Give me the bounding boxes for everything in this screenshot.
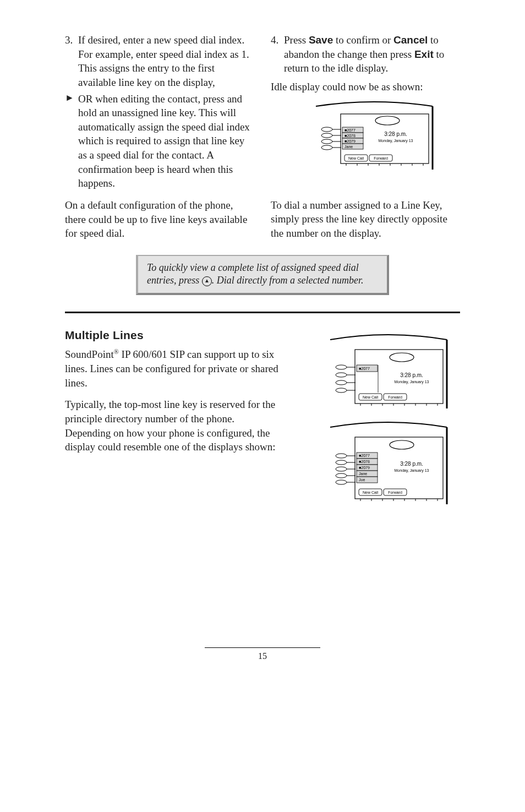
line-tag-2078: ■2078 <box>344 134 356 138</box>
line-tag-2079-c: ■2079 <box>359 466 370 470</box>
svg-point-19 <box>321 133 332 138</box>
callout-line2-post: . Dial directly from a selected number. <box>212 275 364 286</box>
list-number-4: 4. <box>271 33 284 75</box>
svg-point-17 <box>321 127 332 132</box>
display-time-c: 3:28 p.m. <box>400 461 423 467</box>
left-default-config-paragraph: On a default configuration of the phone,… <box>65 198 254 241</box>
svg-point-23 <box>321 145 332 150</box>
cancel-label: Cancel <box>393 34 428 46</box>
save-label: Save <box>309 34 333 46</box>
display-time-b: 3:28 p.m. <box>400 372 423 378</box>
page-footer: 15 <box>65 647 460 662</box>
arrow-item-text: OR when editing the contact, press and h… <box>78 92 254 190</box>
up-arrow-key-icon: ▲ <box>202 276 212 286</box>
phone-display-illustration-2: ■2077 3:28 p.m. Monday, January 13 New C… <box>308 334 451 414</box>
step-3-text: If desired, enter a new speed dial index… <box>78 33 254 90</box>
line-tag-jane-c: Jane <box>359 472 367 476</box>
step4-pre: Press <box>284 34 309 46</box>
list-number-3: 3. <box>65 33 78 90</box>
display-date-c: Monday, January 13 <box>394 468 429 473</box>
callout-line2-pre: entries, press <box>147 275 202 286</box>
softkey-newcall: New Call <box>348 156 364 160</box>
phone-display-illustration-1: ■2077 ■2078 ■2079 Jane 3:28 p.m. Monday,… <box>294 101 437 175</box>
line-tag-joe-c: Joe <box>359 478 365 482</box>
display-date: Monday, January 13 <box>379 139 413 143</box>
soundpoint-label: SoundPoint <box>65 348 114 360</box>
svg-point-42 <box>336 373 347 377</box>
multiple-lines-p1: SoundPoint® IP 600/601 SIP can support u… <box>65 347 283 390</box>
svg-point-74 <box>336 480 347 484</box>
tip-callout-box: To quickly view a complete list of assig… <box>136 255 389 295</box>
step-4-text: Press Save to confirm or Cancel to aband… <box>284 33 460 75</box>
svg-point-66 <box>336 454 347 458</box>
line-tag-2077-b: ■2077 <box>359 367 370 370</box>
softkey-newcall-c: New Call <box>363 491 378 494</box>
callout-line1: To quickly view a complete list of assig… <box>147 262 359 273</box>
idle-display-paragraph: Idle display could now be as shown: <box>271 80 460 94</box>
svg-point-72 <box>336 473 347 478</box>
line-tag-2077: ■2077 <box>344 128 356 132</box>
line-tag-2078-c: ■2078 <box>359 460 370 464</box>
softkey-forward: Forward <box>374 156 388 160</box>
arrow-bullet-icon: ► <box>65 92 78 190</box>
svg-point-70 <box>336 467 347 471</box>
softkey-forward-b: Forward <box>388 395 402 399</box>
multiple-lines-heading: Multiple Lines <box>65 328 283 343</box>
dial-line-key-paragraph: To dial a number assigned to a Line Key,… <box>271 198 460 241</box>
svg-point-46 <box>336 388 347 393</box>
svg-point-40 <box>336 365 347 369</box>
svg-point-21 <box>321 139 332 144</box>
registered-icon: ® <box>114 348 119 356</box>
line-tag-2077-c: ■2077 <box>359 454 370 457</box>
softkey-forward-c: Forward <box>388 491 402 494</box>
line-tag-jane: Jane <box>344 145 353 149</box>
phone-display-illustration-3: ■2077 ■2078 ■2079 Jane Joe 3:28 p.m. Mon… <box>308 422 451 510</box>
softkey-newcall-b: New Call <box>363 395 378 399</box>
multiple-lines-p2: Typically, the top-most line key is rese… <box>65 397 283 454</box>
exit-label: Exit <box>414 48 434 60</box>
step4-mid1: to confirm or <box>333 34 393 46</box>
display-time: 3:28 p.m. <box>384 131 407 137</box>
svg-point-44 <box>336 380 347 385</box>
display-date-b: Monday, January 13 <box>394 380 429 384</box>
page-number: 15 <box>258 651 267 661</box>
section-divider <box>65 312 460 313</box>
line-tag-2079: ■2079 <box>344 139 356 143</box>
svg-point-68 <box>336 460 347 465</box>
